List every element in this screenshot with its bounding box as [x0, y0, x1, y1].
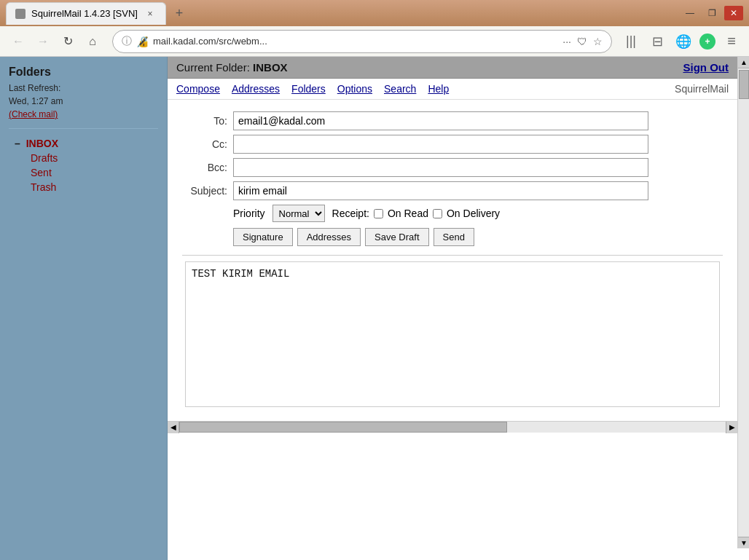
subject-row: Subject:: [182, 181, 723, 200]
mail-header: Current Folder: INBOX Sign Out: [168, 57, 737, 79]
help-link[interactable]: Help: [428, 83, 449, 95]
address-icons: ··· 🛡 ☆: [562, 36, 603, 47]
subject-input[interactable]: [233, 181, 648, 200]
extension-icon[interactable]: +: [699, 33, 715, 50]
browser-toolbar: ← → ↻ ⌂ ⓘ 🔏 mail.kadal.com/src/webm... ·…: [0, 26, 749, 57]
cc-row: Cc:: [182, 135, 723, 154]
globe-icon[interactable]: 🌐: [673, 31, 694, 52]
back-button[interactable]: ←: [7, 31, 29, 52]
more-icon[interactable]: ···: [562, 36, 571, 47]
folders-link[interactable]: Folders: [291, 83, 326, 95]
browser-tab[interactable]: SquirrelMail 1.4.23 [SVN] ×: [6, 2, 166, 25]
mail-nav-links: Compose Addresses Folders Options Search…: [176, 83, 449, 95]
refresh-button[interactable]: ↻: [57, 31, 79, 52]
message-body[interactable]: [185, 261, 720, 407]
sidebar-last-refresh: Last Refresh: Wed, 1:27 am (Check mail): [9, 82, 158, 121]
info-icon: ⓘ: [122, 35, 132, 48]
to-label: To:: [182, 115, 233, 127]
sidebar: Folders Last Refresh: Wed, 1:27 am (Chec…: [0, 57, 168, 560]
scroll-left-arrow[interactable]: ◀: [168, 422, 179, 433]
last-refresh-label: Last Refresh:: [9, 83, 60, 93]
maximize-button[interactable]: ❐: [702, 6, 721, 20]
window-controls: — ❐ ✕: [681, 6, 743, 20]
addresses-link[interactable]: Addresses: [232, 83, 280, 95]
compose-divider: [182, 255, 723, 256]
horizontal-scrollbar[interactable]: ◀ ▶: [168, 421, 737, 433]
bookmarks-icon[interactable]: |||: [621, 31, 641, 52]
on-delivery-checkbox[interactable]: [433, 209, 442, 218]
on-read-checkbox[interactable]: [374, 209, 383, 218]
page-layout: Folders Last Refresh: Wed, 1:27 am (Chec…: [0, 57, 749, 560]
send-button[interactable]: Send: [434, 228, 474, 246]
close-button[interactable]: ✕: [724, 6, 743, 20]
new-tab-button[interactable]: +: [169, 3, 189, 23]
browser-icons: ||| ⊟ 🌐 + ≡: [621, 31, 742, 52]
sign-out-link[interactable]: Sign Out: [683, 61, 729, 74]
forward-button[interactable]: →: [32, 31, 54, 52]
bcc-label: Bcc:: [182, 162, 233, 173]
bcc-row: Bcc:: [182, 158, 723, 177]
cc-input[interactable]: [233, 135, 648, 154]
bcc-input[interactable]: [233, 158, 648, 177]
scroll-down-arrow[interactable]: ▼: [738, 537, 749, 548]
last-refresh-time: Wed, 1:27 am: [9, 96, 63, 106]
to-row: To:: [182, 111, 723, 130]
compose-area: To: Cc: Bcc: Subject:: [168, 100, 737, 421]
search-link[interactable]: Search: [384, 83, 416, 95]
sidebar-title: Folders: [9, 66, 158, 79]
h-scroll-track: [179, 422, 726, 433]
to-input[interactable]: [233, 111, 648, 130]
content-wrapper: Current Folder: INBOX Sign Out Compose A…: [168, 57, 737, 421]
lock-icon: 🔏: [136, 36, 149, 47]
hamburger-icon[interactable]: ≡: [721, 31, 742, 52]
current-folder-title: Current Folder: INBOX: [176, 61, 288, 74]
sidebar-item-trash[interactable]: Trash: [9, 180, 158, 194]
mail-navigation: Compose Addresses Folders Options Search…: [168, 79, 737, 100]
scroll-up-arrow[interactable]: ▲: [738, 57, 749, 68]
title-bar: SquirrelMail 1.4.23 [SVN] × + — ❐ ✕: [0, 0, 749, 26]
sent-link[interactable]: Sent: [31, 167, 52, 178]
subject-label: Subject:: [182, 185, 233, 197]
receipt-group: Receipt: On Read On Delivery: [332, 208, 501, 219]
bookmark-icon[interactable]: ☆: [593, 36, 603, 47]
sidebar-item-drafts[interactable]: Drafts: [9, 151, 158, 165]
addresses-button[interactable]: Addresses: [297, 228, 361, 246]
priority-row: Priority Normal High Low Receipt: On Rea…: [182, 205, 723, 222]
sidebar-divider: [9, 128, 158, 129]
address-text: mail.kadal.com/src/webm...: [153, 36, 558, 47]
drafts-link[interactable]: Drafts: [31, 152, 58, 164]
tab-close-button[interactable]: ×: [144, 7, 157, 20]
priority-label: Priority: [233, 208, 265, 219]
current-folder-label: Current Folder:: [176, 61, 253, 74]
check-mail-link[interactable]: (Check mail): [9, 109, 58, 119]
sidebar-item-inbox[interactable]: – INBOX: [9, 136, 158, 151]
pocket-icon[interactable]: 🛡: [577, 36, 587, 47]
reader-icon[interactable]: ⊟: [647, 31, 667, 52]
cc-label: Cc:: [182, 138, 233, 150]
compose-link[interactable]: Compose: [176, 83, 220, 95]
on-read-label: On Read: [388, 208, 428, 219]
options-link[interactable]: Options: [337, 83, 372, 95]
signature-button[interactable]: Signature: [233, 228, 293, 246]
dash-icon: –: [15, 138, 20, 149]
trash-link[interactable]: Trash: [31, 181, 56, 193]
on-delivery-label: On Delivery: [447, 208, 500, 219]
vertical-scrollbar[interactable]: ▲ ▼: [737, 57, 749, 548]
folder-list: – INBOX Drafts Sent Trash: [9, 136, 158, 194]
main-content: ▲ ▼ Current Folder: INBOX Sign Out Compo…: [168, 57, 749, 560]
squirrelmail-brand: SquirrelMail: [675, 83, 729, 95]
sidebar-item-sent[interactable]: Sent: [9, 165, 158, 180]
receipt-label: Receipt:: [332, 208, 369, 219]
minimize-button[interactable]: —: [681, 6, 699, 20]
inbox-name: INBOX: [253, 61, 288, 74]
scroll-right-arrow[interactable]: ▶: [726, 422, 737, 433]
tab-title: SquirrelMail 1.4.23 [SVN]: [31, 8, 138, 19]
scroll-thumb: [739, 70, 749, 99]
save-draft-button[interactable]: Save Draft: [365, 228, 428, 246]
address-bar[interactable]: ⓘ 🔏 mail.kadal.com/src/webm... ··· 🛡 ☆: [112, 30, 612, 53]
priority-select[interactable]: Normal High Low: [272, 205, 325, 222]
h-scroll-thumb: [179, 422, 507, 433]
action-buttons: Signature Addresses Save Draft Send: [182, 228, 723, 246]
home-button[interactable]: ⌂: [82, 31, 103, 52]
inbox-link[interactable]: INBOX: [26, 138, 58, 149]
